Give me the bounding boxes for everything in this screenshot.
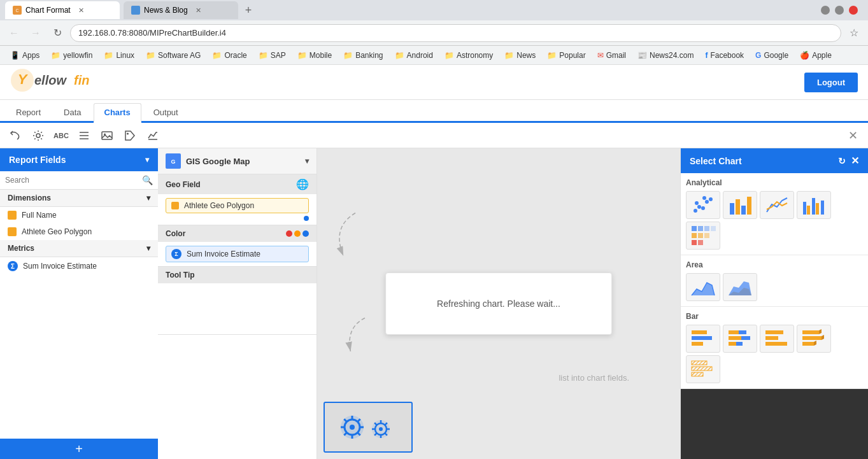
search-icon: 🔍: [142, 175, 153, 185]
chart-line-button[interactable]: [143, 125, 163, 146]
tab-data[interactable]: Data: [53, 103, 92, 121]
svg-text:fin: fin: [74, 73, 89, 87]
geo-field-color-dot: [171, 202, 179, 209]
bookmark-mobile[interactable]: 📁 Mobile: [292, 49, 337, 62]
panel-title: Report Fields: [9, 155, 66, 165]
tab-news-blog[interactable]: News & Blog ✕: [124, 1, 238, 19]
softwareag-folder-icon: 📁: [146, 51, 155, 60]
chart-bar-h-3d[interactable]: [797, 325, 831, 353]
maximize-button[interactable]: [835, 6, 844, 15]
bookmark-linux[interactable]: 📁 Linux: [99, 49, 139, 62]
news24-icon: 📰: [637, 51, 647, 60]
svg-rect-51: [807, 206, 810, 215]
tab-charts[interactable]: Charts: [94, 103, 141, 123]
tag-button[interactable]: [120, 125, 140, 146]
chart-area-stacked[interactable]: [723, 273, 757, 301]
bookmark-star[interactable]: ☆: [845, 24, 863, 42]
bookmark-news[interactable]: 📁 News: [499, 49, 541, 62]
svg-rect-75: [765, 342, 787, 346]
chart-bar-h[interactable]: [686, 325, 720, 353]
bookmarks-bar: 📱 Apps 📁 yellowfin 📁 Linux 📁 Software AG…: [0, 46, 868, 65]
field-sum-invoice[interactable]: Σ Sum Invoice Estimate: [0, 257, 158, 275]
area-label: Area: [686, 260, 863, 269]
chart-line-multi[interactable]: [760, 191, 794, 219]
bookmark-apple[interactable]: 🍎 Apple: [795, 49, 837, 62]
color-dots: [286, 230, 309, 237]
tab-chart-format[interactable]: C Chart Format ✕: [5, 1, 120, 19]
bookmark-google[interactable]: G Google: [750, 49, 793, 62]
metrics-section-header[interactable]: Metrics ▾: [0, 240, 158, 257]
svg-point-19: [350, 425, 355, 430]
chart-bar-h-pattern[interactable]: [686, 355, 720, 383]
svg-rect-62: [692, 240, 697, 245]
bookmark-yellowfin[interactable]: 📁 yellowfin: [46, 49, 97, 62]
forward-button[interactable]: →: [27, 24, 45, 42]
bookmark-astronomy[interactable]: 📁 Astronomy: [439, 49, 498, 62]
panel-collapse-arrow[interactable]: ▾: [145, 155, 149, 164]
bookmark-banking[interactable]: 📁 Banking: [338, 49, 388, 62]
tab2-close[interactable]: ✕: [194, 6, 203, 15]
bookmark-software-ag[interactable]: 📁 Software AG: [141, 49, 206, 62]
tooltip-drop-area[interactable]: [158, 283, 317, 334]
reload-button[interactable]: ↻: [48, 24, 66, 42]
chart-area-solid[interactable]: [686, 273, 720, 301]
bookmark-news24[interactable]: 📰 News24.com: [632, 49, 699, 62]
bookmark-oracle[interactable]: 📁 Oracle: [207, 49, 252, 62]
add-button[interactable]: +: [0, 439, 158, 459]
bookmark-android[interactable]: 📁 Android: [390, 49, 438, 62]
chart-scatter[interactable]: [686, 191, 720, 219]
tab-output[interactable]: Output: [143, 103, 189, 121]
back-button[interactable]: ←: [5, 24, 23, 42]
dimensions-collapse-icon: ▾: [146, 194, 150, 202]
astronomy-folder-icon: 📁: [445, 51, 454, 60]
text-button[interactable]: ABC: [51, 125, 71, 146]
svg-point-6: [36, 134, 40, 138]
select-chart-title: Select Chart: [690, 156, 742, 166]
bookmark-popular[interactable]: 📁 Popular: [542, 49, 590, 62]
address-bar[interactable]: 192.168.0.78:8080/MIPreChartBuilder.i4: [70, 24, 841, 42]
close-select-chart[interactable]: ✕: [851, 155, 859, 167]
chart-bar-h-stacked[interactable]: [723, 325, 757, 353]
tooltip-label: Tool Tip: [166, 271, 195, 279]
search-bar: 🔍: [0, 171, 158, 190]
facebook-icon: f: [705, 51, 708, 60]
popular-folder-icon: 📁: [547, 51, 557, 60]
bookmark-facebook[interactable]: f Facebook: [700, 49, 749, 62]
new-tab-button[interactable]: +: [241, 3, 256, 18]
bookmark-apps[interactable]: 📱 Apps: [5, 49, 45, 62]
list-button[interactable]: [74, 125, 94, 146]
svg-text:Y: Y: [18, 71, 29, 87]
svg-rect-57: [704, 226, 709, 231]
image-button[interactable]: [97, 125, 117, 146]
refreshing-message: Refreshing chart. Please wait...: [437, 299, 560, 309]
field-athlete-geo[interactable]: Athlete Geo Polygon: [0, 223, 158, 240]
chart-type-arrow[interactable]: ▾: [305, 157, 309, 166]
settings-button[interactable]: [28, 125, 48, 146]
undo-button[interactable]: [5, 125, 25, 146]
close-panel-button[interactable]: ✕: [843, 125, 863, 146]
svg-point-39: [694, 209, 697, 213]
chart-type-label: GIS Google Map: [186, 157, 300, 166]
minimize-button[interactable]: [821, 6, 830, 15]
logout-button[interactable]: Logout: [804, 73, 858, 92]
search-input[interactable]: [5, 176, 138, 185]
field-full-name[interactable]: Full Name: [0, 207, 158, 223]
dimensions-section-header[interactable]: Dimensions ▾: [0, 190, 158, 207]
tab1-close[interactable]: ✕: [77, 6, 86, 15]
chart-panel-dark-area: [681, 389, 868, 459]
close-button[interactable]: [849, 6, 858, 15]
refresh-icon[interactable]: ↻: [838, 156, 846, 166]
geo-field-section: Geo Field 🌐 Athlete Geo Polygon: [158, 174, 317, 225]
chart-bar-grouped[interactable]: [797, 191, 831, 219]
chart-bar-h-colored[interactable]: [760, 325, 794, 353]
geo-globe-icon[interactable]: 🌐: [296, 178, 309, 190]
dimensions-label: Dimensions: [8, 194, 51, 202]
popular-label: Popular: [559, 51, 585, 60]
sum-invoice-label: Sum Invoice Estimate: [23, 262, 97, 271]
bookmark-gmail[interactable]: ✉ Gmail: [592, 49, 631, 62]
chart-bar-vertical[interactable]: [723, 191, 757, 219]
bookmark-sap[interactable]: 📁 SAP: [253, 49, 291, 62]
news24-label: News24.com: [650, 51, 694, 60]
tab-report[interactable]: Report: [5, 103, 52, 121]
chart-dot-grid[interactable]: [686, 222, 720, 250]
